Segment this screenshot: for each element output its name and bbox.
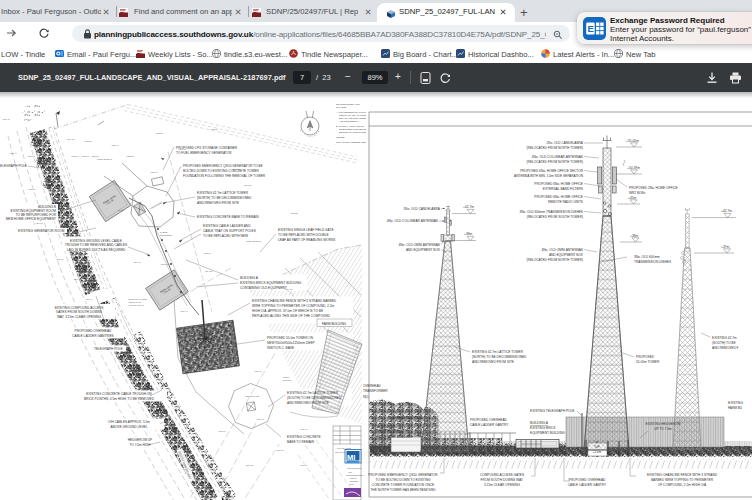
svg-text:+38m: +38m xyxy=(464,232,473,236)
svg-text:DETAILS AND SITE AGREEMENTS: DETAILS AND SITE AGREEMENTS xyxy=(339,117,373,119)
svg-text:EXISTING CONCRETE CABLE TROUGH: EXISTING CONCRETE CABLE TROUGH ON xyxy=(86,392,152,396)
svg-text:EXISTING BRICK EQUIPMENT BUILD: EXISTING BRICK EQUIPMENT BUILDING xyxy=(240,281,302,285)
svg-text:OVERHEAD: OVERHEAD xyxy=(363,384,382,388)
svg-text:EXISTING GROUND LEVEL CABLE: EXISTING GROUND LEVEL CABLE xyxy=(70,239,122,243)
svg-text:TO BE BOLTED DOWN TO EXISTING: TO BE BOLTED DOWN TO EXISTING xyxy=(376,478,431,482)
svg-text:+2.0m: +2.0m xyxy=(593,450,602,454)
svg-text:LEAF AS PART OF ENABLING WORKS: LEAF AS PART OF ENABLING WORKS xyxy=(278,238,335,242)
svg-text:HEDGEROW UP: HEDGEROW UP xyxy=(128,438,152,442)
svg-text:EXISTING 42.7m LATTICE TOWER: EXISTING 42.7m LATTICE TOWER xyxy=(472,350,524,354)
svg-text:EXISTING 42.7m LATTICE TOWER: EXISTING 42.7m LATTICE TOWER xyxy=(287,391,339,395)
svg-text:EXTERNAL BAND FILTERS: EXTERNAL BAND FILTERS xyxy=(543,187,583,191)
svg-text:+230.44: +230.44 xyxy=(9,152,17,154)
svg-text:ABOVE GROUND LEVEL: ABOVE GROUND LEVEL xyxy=(111,425,148,429)
svg-text:EXISTING 42.7m LATTICE TOWER: EXISTING 42.7m LATTICE TOWER xyxy=(197,191,249,195)
svg-text:CONCRETE TOWER FOUNDATION ONCE: CONCRETE TOWER FOUNDATION ONCE xyxy=(372,483,434,487)
svg-text:CABLE LADDER GANTRY: CABLE LADDER GANTRY xyxy=(470,423,509,427)
svg-text:BUILDING A: BUILDING A xyxy=(240,276,259,280)
svg-text:NEW HOME OFFICE EQUIPMENT: NEW HOME OFFICE EQUIPMENT xyxy=(6,217,56,221)
svg-text:GRASS: GRASS xyxy=(67,138,75,140)
svg-text:HIGH O/A, APPROX. 37.0m OF WHI: HIGH O/A, APPROX. 37.0m OF WHICH IS TO B… xyxy=(252,309,323,313)
svg-text:DIMENSIONS CHECKED ON SITE: DIMENSIONS CHECKED ON SITE xyxy=(339,128,372,130)
svg-text:FARM BUILDING: FARM BUILDING xyxy=(322,322,347,326)
svg-text:UP TO 7.0m: UP TO 7.0m xyxy=(654,427,672,431)
svg-text:+230.44: +230.44 xyxy=(28,188,36,190)
svg-text:TOWER BASE: TOWER BASE xyxy=(149,201,163,210)
svg-text:AND EQUIPMENT BOX: AND EQUIPMENT BOX xyxy=(406,248,441,252)
svg-text:+238.01: +238.01 xyxy=(150,171,158,173)
svg-text:E: E xyxy=(588,23,594,34)
svg-text:CONTAINING OLD EQUIPMENT: CONTAINING OLD EQUIPMENT xyxy=(240,286,287,290)
svg-text:+238.05: +238.05 xyxy=(178,148,186,150)
svg-text:PROPOSED OVERHEAD: PROPOSED OVERHEAD xyxy=(75,329,113,333)
svg-text:+231.47: +231.47 xyxy=(73,278,81,280)
svg-text:COMPOUND ACCESS GATES: COMPOUND ACCESS GATES xyxy=(480,473,524,477)
svg-text:GATES FROM SOUTH DOWNS: GATES FROM SOUTH DOWNS xyxy=(56,310,102,314)
svg-text:Hampshire: Hampshire xyxy=(349,480,360,482)
svg-text:APPROX 237.12: APPROX 237.12 xyxy=(128,304,144,306)
svg-text:+238.47: +238.47 xyxy=(111,144,119,146)
svg-text:GRASS: GRASS xyxy=(244,184,252,186)
svg-text:CONC BLOCKS: CONC BLOCKS xyxy=(97,158,113,160)
svg-text:(RELOCATED FROM SOUTH TOWER): (RELOCATED FROM SOUTH TOWER) xyxy=(527,215,583,219)
svg-text:+236.73: +236.73 xyxy=(254,370,262,372)
svg-text:THE NORTH TOWER HAS BEEN REMOV: THE NORTH TOWER HAS BEEN REMOVED xyxy=(370,488,436,492)
svg-text:+238.04: +238.04 xyxy=(71,155,79,157)
svg-text:TO BE REPLACED WITH NEW: TO BE REPLACED WITH NEW xyxy=(203,234,248,238)
svg-text:+230.73: +230.73 xyxy=(35,222,43,224)
svg-text:+238.03: +238.03 xyxy=(203,252,211,254)
svg-text:TRANSMISSION DISHES: TRANSMISSION DISHES xyxy=(634,260,671,264)
svg-text:PROPOSED 6No. HOME OFFICE: PROPOSED 6No. HOME OFFICE xyxy=(534,182,583,186)
svg-text:EXISTING 42.7m: EXISTING 42.7m xyxy=(712,336,737,340)
svg-text:A | SCALE | GRID: A | SCALE | GRID xyxy=(335,447,352,449)
svg-text:ELEGRAPH POLE: ELEGRAPH POLE xyxy=(0,164,27,168)
svg-text:+55.00m: +55.00m xyxy=(626,139,639,143)
svg-text:INSITU R.C. BASE: INSITU R.C. BASE xyxy=(267,346,294,350)
svg-text:GRASS: GRASS xyxy=(205,270,213,272)
svg-text:FROM SOUTH DOWNS WAY,: FROM SOUTH DOWNS WAY, xyxy=(481,478,524,482)
svg-text:PROPOSED 2No. HOME OFFICE: PROPOSED 2No. HOME OFFICE xyxy=(629,186,678,190)
svg-text:TELEGRAPH POLE: TELEGRAPH POLE xyxy=(94,347,123,351)
svg-text:+238.02: +238.02 xyxy=(160,263,168,265)
svg-text:FL.15: FL.15 xyxy=(118,209,124,211)
svg-text:SCC : OTHER LICENSED USER: SCC : OTHER LICENSED USER xyxy=(336,141,367,143)
svg-text:Site: Site xyxy=(349,471,353,473)
svg-text:LAID IN BURIED DUCTS AS REQUIR: LAID IN BURIED DUCTS AS REQUIRED xyxy=(67,248,126,252)
svg-text:CABLE LADDER GANTRY: CABLE LADDER GANTRY xyxy=(568,483,607,487)
svg-text:BASE TO REMAIN: BASE TO REMAIN xyxy=(287,440,315,444)
svg-text:TROUGH TO BE REMOVED AND CABLE: TROUGH TO BE REMOVED AND CABLES xyxy=(65,243,127,247)
svg-text:+37m: +37m xyxy=(721,245,730,249)
svg-text:PROPOSED 6No. HOME OFFICE SECT: PROPOSED 6No. HOME OFFICE SECTOR xyxy=(520,169,584,173)
svg-text:FARM BU: FARM BU xyxy=(728,406,743,410)
svg-text:(RELOCATED FROM NORTH TOWER): (RELOCATED FROM NORTH TOWER) xyxy=(527,160,583,164)
svg-text:+42.7m: +42.7m xyxy=(721,209,732,213)
svg-text:FOUNDATION FOLLOWING THE REMOV: FOUNDATION FOLLOWING THE REMOVAL OF TOWE… xyxy=(183,174,266,178)
svg-text:LEVEL OF CABLES: LEVEL OF CABLES xyxy=(128,298,147,300)
svg-text:ARE CONFIDENTIAL: ARE CONFIDENTIAL xyxy=(339,120,360,122)
svg-text:LEGEND :: LEGEND : xyxy=(336,136,346,138)
svg-text:A. THE CONTENTS OF THIS DWG: A. THE CONTENTS OF THIS DWG xyxy=(336,111,369,113)
svg-text:WIRE TOPPING TO PERIMETER OF C: WIRE TOPPING TO PERIMETER OF COMPOUND, 2… xyxy=(252,304,334,308)
svg-text:M: M xyxy=(316,132,319,135)
svg-text:+230.44: +230.44 xyxy=(85,298,93,300)
svg-text:BUILDING A: BUILDING A xyxy=(530,421,549,425)
svg-text:+230.07: +230.07 xyxy=(218,430,226,432)
svg-text:TRANSFORMER: TRANSFORMER xyxy=(363,389,388,393)
svg-text:4No. OLD COLLINEAR ANTENNAS: 4No. OLD COLLINEAR ANTENNAS xyxy=(387,219,438,223)
svg-text:(NORTH) TO BE DECOMMISSIONED: (NORTH) TO BE DECOMMISSIONED xyxy=(472,355,527,359)
svg-text:+230.45: +230.45 xyxy=(2,118,10,120)
svg-text:EXISTING HEDGEROW: EXISTING HEDGEROW xyxy=(646,422,681,426)
svg-text:BOLTED DOWN TO EXISTING CONCRE: BOLTED DOWN TO EXISTING CONCRETE TOWER xyxy=(183,169,260,173)
svg-text:(SOUTH) TO BE: (SOUTH) TO BE xyxy=(712,341,736,345)
svg-text:4No. OLD OMNI ANTENNAS: 4No. OLD OMNI ANTENNAS xyxy=(399,243,440,247)
svg-text:CONTRACT AND ALL PROJECT: CONTRACT AND ALL PROJECT xyxy=(339,114,370,116)
svg-text:4No. OLD OMNI ANTENNAS: 4No. OLD OMNI ANTENNAS xyxy=(542,248,583,252)
svg-text:CONC: CONC xyxy=(283,376,290,378)
svg-text:3No. OLD 600mm: 3No. OLD 600mm xyxy=(634,255,660,259)
svg-text:REVISION NOTES APRIL: REVISION NOTES APRIL xyxy=(336,103,361,105)
svg-text:BRICK PLINTHS, 0.5m HIGH, TO B: BRICK PLINTHS, 0.5m HIGH, TO BE REMOVED xyxy=(84,397,155,401)
svg-text:+38m: +38m xyxy=(630,234,639,238)
svg-text:1No. OLD CANDELABRA: 1No. OLD CANDELABRA xyxy=(546,141,584,145)
svg-text:+238.05: +238.05 xyxy=(91,155,99,157)
svg-text:CABLE TRAY ON SUPPORT POLES: CABLE TRAY ON SUPPORT POLES xyxy=(203,229,256,233)
